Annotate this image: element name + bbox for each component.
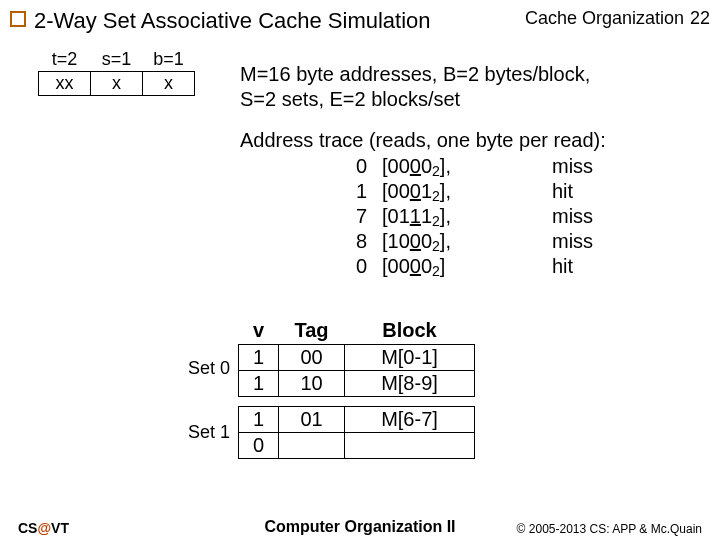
trace-row: 1 [00012], hit (356, 179, 622, 204)
header-bullet-icon (10, 11, 26, 27)
t-bits: xx (39, 72, 91, 96)
cache-header-block: Block (345, 318, 475, 344)
s-bits: x (91, 72, 143, 96)
params-line2: S=2 sets, E=2 blocks/set (240, 87, 660, 112)
section-label: Cache Organization (525, 8, 684, 29)
trace-row: 7 [01112], miss (356, 204, 622, 229)
params-line1: M=16 byte addresses, B=2 bytes/block, (240, 62, 660, 87)
trace-rows: 0 [00002], miss 1 [00012], hit 7 [01112]… (356, 154, 622, 279)
table-row: 1 00 M[0-1] (239, 344, 475, 370)
cache-header-tag: Tag (279, 318, 345, 344)
set0-label: Set 0 (188, 358, 230, 379)
footer-center: Computer Organization II (0, 518, 720, 536)
table-row: 1 10 M[8-9] (239, 370, 475, 396)
s-label: s=1 (91, 48, 143, 72)
address-bits-table: t=2 s=1 b=1 xx x x (38, 48, 195, 96)
footer: CS@VT Computer Organization II © 2005-20… (0, 512, 720, 536)
trace-title: Address trace (reads, one byte per read)… (240, 128, 700, 153)
b-bits: x (143, 72, 195, 96)
page-number: 22 (690, 8, 710, 29)
trace-row: 8 [10002], miss (356, 229, 622, 254)
trace-row: 0 [00002] hit (356, 254, 622, 279)
slide-title: 2-Way Set Associative Cache Simulation (34, 8, 431, 34)
table-row: 0 (239, 432, 475, 458)
set1-label: Set 1 (188, 422, 230, 443)
t-label: t=2 (39, 48, 91, 72)
table-row: 1 01 M[6-7] (239, 406, 475, 432)
cache-table: v Tag Block 1 00 M[0-1] 1 10 M[8-9] 1 01… (238, 318, 475, 459)
cache-table-area: Set 0 Set 1 v Tag Block 1 00 M[0-1] 1 10… (238, 318, 475, 459)
parameters-text: M=16 byte addresses, B=2 bytes/block, S=… (240, 62, 660, 112)
b-label: b=1 (143, 48, 195, 72)
cache-header-v: v (239, 318, 279, 344)
trace-row: 0 [00002], miss (356, 154, 622, 179)
